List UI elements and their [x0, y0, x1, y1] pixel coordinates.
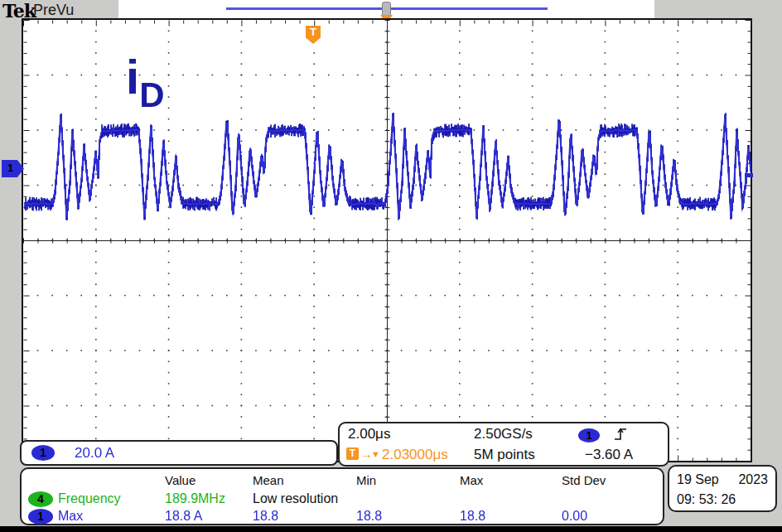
trigger-slope-rising-icon: [613, 427, 628, 442]
measurement2-mean: 18.8: [253, 509, 278, 524]
record-length-readout: 5M points: [474, 447, 535, 463]
date-year: 2023: [738, 470, 768, 490]
measurement2-label: Max: [58, 509, 83, 524]
sample-rate-readout: 2.50GS/s: [474, 426, 533, 443]
col-header-max: Max: [460, 473, 483, 487]
measurement2-min: 18.8: [356, 509, 382, 524]
trigger-source-badge[interactable]: 1: [578, 428, 600, 443]
channel1-badge[interactable]: 1: [31, 445, 55, 461]
table-row: 1 Max 18.8 A 18.8 18.8 18.8 0.00: [22, 508, 663, 525]
bottom-bar: [0, 526, 782, 532]
measurement2-max: 18.8: [460, 509, 485, 524]
trigger-level-marker[interactable]: [745, 173, 753, 177]
channel1-scale-readout: 20.0 A: [75, 445, 114, 462]
channel1-ground-marker[interactable]: 1: [2, 160, 24, 177]
time-readout: 09: 53: 26: [677, 490, 768, 510]
measurement2-source-badge[interactable]: 1: [28, 509, 53, 525]
measurement2-value: 18.8 A: [165, 509, 202, 524]
col-header-value: Value: [165, 473, 196, 487]
measurement1-value: 189.9MHz: [165, 491, 225, 506]
datetime-box[interactable]: 19 Sep 2023 09: 53: 26: [668, 465, 777, 512]
signal-annotation-main: i: [126, 50, 139, 104]
col-header-stddev: Std Dev: [562, 473, 606, 487]
col-header-mean: Mean: [253, 473, 284, 487]
signal-annotation-sub: D: [139, 75, 164, 114]
measurement1-label: Frequency: [58, 491, 121, 506]
col-header-min: Min: [356, 473, 376, 487]
measurement2-stddev: 0.00: [562, 509, 587, 524]
trigger-position-readout: 2.03000μs: [382, 447, 448, 463]
horizontal-scale-readout: 2.00μs: [348, 426, 390, 443]
record-trigger-handle[interactable]: [382, 2, 391, 17]
signal-annotation-id: iD: [126, 53, 164, 102]
trigger-level-readout: −3.60 A: [585, 447, 633, 463]
trigger-t-badge-icon: T: [346, 447, 359, 460]
measurement1-mean: Low resolution: [253, 491, 338, 506]
trigger-marker-down-icon: ▼: [371, 449, 380, 459]
channel1-readout-box[interactable]: 1 20.0 A: [20, 440, 338, 466]
date-day: 19 Sep: [677, 470, 719, 490]
measurement1-source-badge[interactable]: 4: [28, 491, 53, 507]
measurement-table[interactable]: Value Mean Min Max Std Dev 4 Frequency 1…: [20, 467, 664, 525]
acquisition-mode-label: PreVu: [33, 2, 74, 19]
table-row: 4 Frequency 189.9MHz Low resolution: [22, 491, 663, 508]
oscilloscope-screen: Tek PreVu T 1 iD 2.00μs 2.50GS/s 1 T → ▼…: [0, 0, 782, 532]
horizontal-trigger-readout-box[interactable]: 2.00μs 2.50GS/s 1 T → ▼ 2.03000μs 5M poi…: [338, 422, 669, 467]
